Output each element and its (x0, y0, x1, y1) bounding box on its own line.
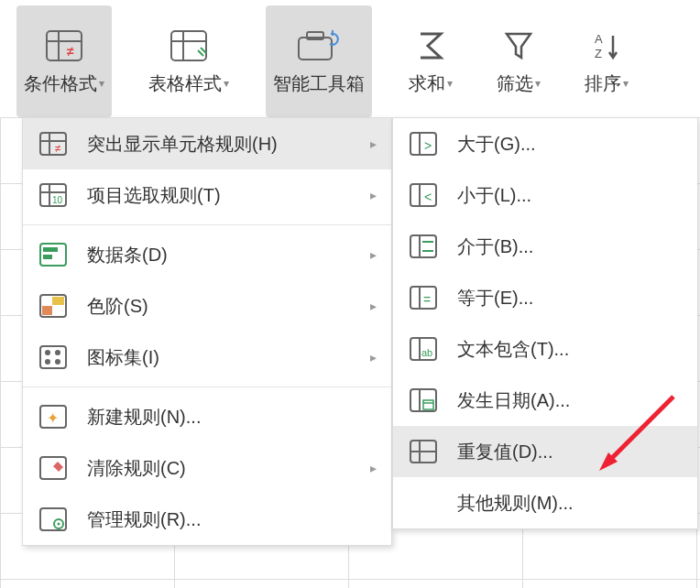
table-style-label: 表格样式▾ (148, 71, 229, 96)
svg-rect-43 (410, 235, 436, 257)
submenu-arrow-icon: ▸ (370, 188, 377, 202)
separator (23, 224, 391, 225)
menu-less-than[interactable]: < 小于(L)... (393, 169, 697, 221)
toolbox-icon (297, 27, 341, 64)
funnel-icon (497, 27, 541, 64)
menu-item-label: 小于(L)... (457, 183, 683, 208)
svg-rect-40 (410, 184, 436, 206)
menu-highlight-cells[interactable]: ≠ 突出显示单元格规则(H) ▸ (23, 118, 391, 169)
conditional-format-icon: ≠ (42, 27, 86, 64)
svg-text:<: < (424, 190, 432, 204)
smart-toolbox-button[interactable]: 智能工具箱 (266, 5, 372, 117)
less-than-icon: < (408, 180, 439, 211)
duplicate-values-icon (408, 436, 439, 467)
svg-rect-25 (42, 306, 52, 315)
menu-item-label: 其他规则(M)... (457, 491, 683, 516)
submenu-arrow-icon: ▸ (370, 247, 377, 262)
menu-data-bars[interactable]: 数据条(D) ▸ (23, 229, 391, 280)
conditional-format-menu: ≠ 突出显示单元格规则(H) ▸ 10 项目选取规则(T) ▸ 数据条(D) ▸… (22, 117, 392, 546)
submenu-arrow-icon: ▸ (370, 136, 377, 151)
top-bottom-icon: 10 (38, 180, 69, 211)
color-scales-icon (38, 290, 69, 321)
table-style-icon (167, 27, 211, 64)
menu-item-label: 管理规则(R)... (87, 507, 377, 532)
highlight-cells-submenu: > 大于(G)... < 小于(L)... 介于(B)... = 等于(E)..… (392, 117, 698, 529)
svg-text:≠: ≠ (67, 44, 74, 59)
submenu-arrow-icon: ▸ (370, 299, 377, 313)
svg-rect-24 (52, 297, 64, 305)
menu-clear-rules[interactable]: 清除规则(C) ▸ (23, 442, 391, 494)
svg-text:10: 10 (52, 195, 63, 205)
highlight-cells-icon: ≠ (38, 128, 69, 159)
svg-point-36 (58, 523, 60, 526)
svg-rect-12 (40, 133, 66, 155)
menu-item-label: 重复值(D)... (457, 440, 683, 464)
menu-manage-rules[interactable]: 管理规则(R)... (23, 494, 391, 545)
clear-rules-icon (38, 452, 69, 484)
menu-item-label: 数据条(D) (87, 243, 352, 267)
menu-text-contains[interactable]: ab 文本包含(T)... (393, 323, 697, 375)
menu-color-scales[interactable]: 色阶(S) ▸ (23, 280, 391, 332)
ribbon-toolbar: ≠ 条件格式▾ 表格样式▾ 智能工具箱 求和▾ 筛选▾ AZ 排序▾ (0, 0, 700, 117)
svg-text:ab: ab (421, 347, 432, 358)
menu-date-occurring[interactable]: 发生日期(A)... (393, 375, 697, 426)
new-rule-icon: ✦ (38, 401, 69, 432)
svg-text:A: A (595, 32, 603, 46)
menu-greater-than[interactable]: > 大于(G)... (393, 118, 697, 169)
menu-item-label: 清除规则(C) (87, 456, 352, 481)
menu-item-label: 突出显示单元格规则(H) (87, 132, 352, 157)
svg-rect-26 (40, 346, 66, 368)
menu-item-label: 大于(G)... (457, 132, 683, 157)
menu-equal-to[interactable]: = 等于(E)... (393, 272, 697, 323)
menu-item-label: 发生日期(A)... (457, 388, 683, 413)
svg-rect-37 (410, 133, 436, 155)
sort-button[interactable]: AZ 排序▾ (577, 5, 636, 117)
menu-between[interactable]: 介于(B)... (393, 221, 697, 272)
svg-rect-0 (47, 31, 82, 60)
sum-button[interactable]: 求和▾ (401, 5, 460, 117)
svg-text:≠: ≠ (55, 142, 61, 155)
smart-toolbox-label: 智能工具箱 (273, 71, 365, 96)
svg-point-28 (55, 350, 60, 355)
equal-to-icon: = (408, 282, 439, 313)
svg-text:>: > (424, 138, 432, 153)
menu-icon-sets[interactable]: 图标集(I) ▸ (23, 332, 391, 383)
manage-rules-icon (38, 504, 69, 535)
menu-item-label: 项目选取规则(T) (87, 183, 352, 208)
sort-icon: AZ (585, 27, 629, 64)
table-style-button[interactable]: 表格样式▾ (141, 5, 236, 117)
menu-item-label: 新建规则(N)... (87, 405, 377, 430)
svg-rect-7 (299, 38, 332, 60)
svg-rect-22 (43, 255, 52, 259)
menu-item-label: 图标集(I) (87, 345, 352, 370)
menu-item-label: 文本包含(T)... (457, 337, 683, 362)
svg-rect-4 (171, 31, 206, 60)
sigma-icon (409, 27, 453, 64)
svg-rect-21 (43, 247, 58, 252)
icon-sets-icon (38, 342, 69, 373)
text-contains-icon: ab (408, 333, 439, 365)
svg-text:✦: ✦ (47, 410, 59, 426)
sum-label: 求和▾ (409, 71, 453, 96)
menu-item-label: 介于(B)... (457, 234, 683, 259)
svg-text:=: = (423, 292, 431, 307)
menu-duplicate-values[interactable]: 重复值(D)... (393, 426, 697, 477)
conditional-format-label: 条件格式▾ (24, 71, 104, 96)
filter-label: 筛选▾ (497, 71, 541, 96)
menu-top-bottom-rules[interactable]: 10 项目选取规则(T) ▸ (23, 169, 391, 221)
menu-item-label: 等于(E)... (457, 286, 683, 310)
svg-point-30 (55, 359, 60, 365)
date-occurring-icon (408, 385, 439, 416)
greater-than-icon: > (408, 128, 439, 159)
between-icon (408, 231, 439, 262)
conditional-format-button[interactable]: ≠ 条件格式▾ (16, 5, 112, 117)
filter-button[interactable]: 筛选▾ (489, 5, 548, 117)
svg-text:Z: Z (595, 47, 602, 60)
sort-label: 排序▾ (585, 71, 629, 96)
placeholder-icon (408, 487, 439, 518)
separator (23, 387, 391, 387)
menu-item-label: 色阶(S) (87, 294, 352, 319)
menu-more-rules[interactable]: 其他规则(M)... (393, 477, 697, 528)
menu-new-rule[interactable]: ✦ 新建规则(N)... (23, 391, 391, 442)
svg-point-27 (45, 350, 50, 355)
